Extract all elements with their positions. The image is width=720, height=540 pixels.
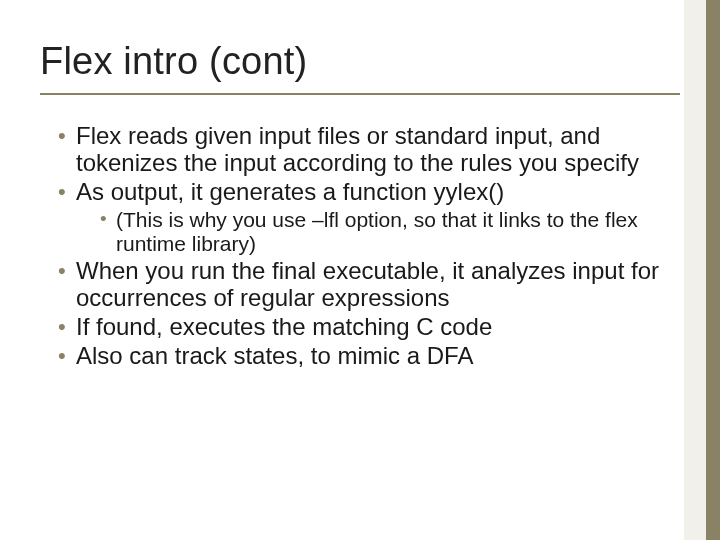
slide-body: Flex intro (cont) Flex reads given input… [0, 0, 720, 540]
bullet-text: Also can track states, to mimic a DFA [76, 342, 473, 369]
bullet-text: When you run the final executable, it an… [76, 257, 659, 311]
bullet-item: As output, it generates a function yylex… [58, 179, 660, 256]
bullet-item: Flex reads given input files or standard… [58, 123, 660, 177]
bullet-item: When you run the final executable, it an… [58, 258, 660, 312]
bullet-text: Flex reads given input files or standard… [76, 122, 639, 176]
bullet-list: Flex reads given input files or standard… [40, 123, 660, 369]
sub-bullet-list: (This is why you use –lfl option, so tha… [76, 208, 660, 256]
bullet-item: Also can track states, to mimic a DFA [58, 343, 660, 370]
bullet-text: (This is why you use –lfl option, so tha… [116, 208, 638, 255]
bullet-text: As output, it generates a function yylex… [76, 178, 504, 205]
slide-content: Flex reads given input files or standard… [40, 123, 660, 369]
slide-title: Flex intro (cont) [40, 40, 680, 95]
sub-bullet-item: (This is why you use –lfl option, so tha… [100, 208, 660, 256]
bullet-item: If found, executes the matching C code [58, 314, 660, 341]
bullet-text: If found, executes the matching C code [76, 313, 492, 340]
